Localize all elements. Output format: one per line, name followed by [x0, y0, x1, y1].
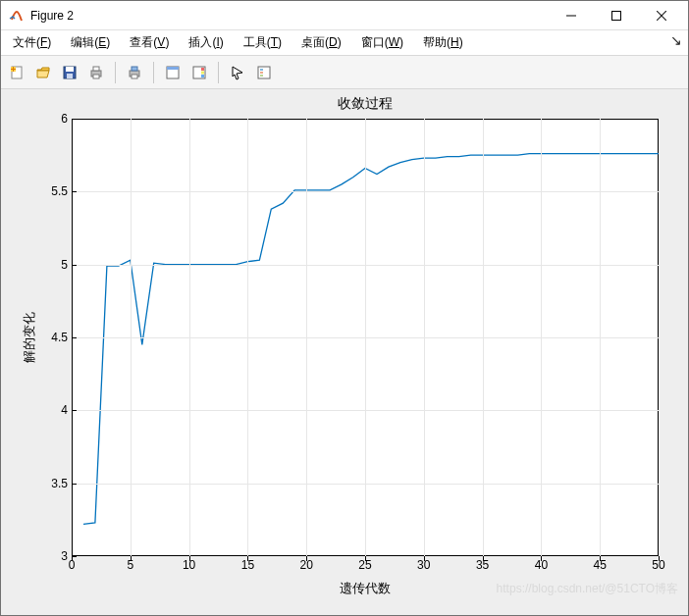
gridline-h [72, 410, 659, 411]
x-tick-label: 10 [183, 558, 195, 572]
y-tick-label: 3.5 [38, 477, 68, 490]
tick-mark [72, 119, 77, 120]
gridline-h [72, 265, 659, 266]
insert-colorbar-button[interactable] [187, 61, 211, 84]
x-tick-label: 15 [241, 558, 254, 572]
tick-mark [72, 265, 77, 266]
menu-help[interactable]: 帮助(H) [417, 32, 469, 53]
y-tick-label: 5.5 [38, 184, 68, 198]
tick-mark [72, 410, 77, 411]
svg-rect-15 [132, 67, 137, 71]
svg-rect-23 [258, 67, 270, 78]
toolbar-separator [153, 62, 154, 83]
window-title: Figure 2 [30, 9, 74, 23]
svg-rect-18 [167, 67, 179, 70]
y-tick-label: 4 [38, 403, 68, 417]
y-tick-label: 4.5 [38, 331, 68, 344]
toolbar-separator [115, 62, 116, 83]
svg-rect-22 [201, 75, 204, 77]
x-tick-label: 35 [476, 558, 489, 572]
y-axis-label: 解的变化 [21, 119, 38, 556]
print-button[interactable] [84, 61, 108, 84]
menu-window[interactable]: 窗口(W) [355, 32, 409, 53]
x-tick-label: 30 [417, 558, 430, 572]
menu-file[interactable]: 文件(F) [7, 32, 57, 53]
gridline-h [72, 337, 659, 338]
menu-edit[interactable]: 编辑(E) [65, 32, 116, 53]
print-preview-button[interactable] [123, 61, 146, 84]
x-tick-label: 50 [652, 558, 664, 572]
tick-mark [72, 191, 77, 192]
x-tick-label: 20 [300, 558, 313, 572]
y-tick-label: 3 [38, 549, 68, 563]
edit-plot-button[interactable] [226, 61, 249, 84]
svg-rect-10 [67, 74, 73, 78]
y-tick-label: 6 [38, 112, 68, 126]
new-figure-button[interactable] [5, 61, 28, 84]
close-button[interactable] [639, 1, 684, 30]
menu-bar: 文件(F) 编辑(E) 查看(V) 插入(I) 工具(T) 桌面(D) 窗口(W… [1, 30, 688, 56]
chart-title: 收敛过程 [72, 95, 659, 113]
svg-rect-12 [93, 67, 99, 71]
gridline-h [72, 191, 659, 192]
svg-rect-9 [66, 67, 74, 72]
maximize-button[interactable] [594, 1, 639, 30]
menu-insert[interactable]: 插入(I) [183, 32, 229, 53]
x-tick-label: 5 [127, 558, 133, 572]
minimize-button[interactable] [549, 1, 594, 30]
toolbar [1, 56, 688, 89]
tick-mark [72, 556, 77, 557]
figure-canvas[interactable]: 收敛过程 遗传代数 解的变化 https://blog.csdn.net/@51… [1, 89, 688, 615]
gridline-h [72, 484, 659, 485]
open-button[interactable] [31, 61, 55, 84]
svg-rect-13 [93, 75, 99, 78]
link-plot-button[interactable] [161, 61, 185, 84]
menu-desktop[interactable]: 桌面(D) [295, 32, 347, 53]
svg-rect-21 [201, 71, 204, 74]
tick-mark [72, 484, 77, 485]
tick-mark [72, 337, 77, 338]
svg-rect-16 [132, 75, 137, 78]
svg-rect-1 [612, 11, 621, 20]
x-tick-label: 40 [535, 558, 548, 572]
menu-tools[interactable]: 工具(T) [238, 32, 288, 53]
y-tick-label: 5 [38, 258, 68, 272]
toolbar-separator [218, 62, 219, 83]
save-button[interactable] [58, 61, 81, 84]
x-tick-label: 25 [358, 558, 371, 572]
menu-view[interactable]: 查看(V) [124, 32, 175, 53]
svg-rect-20 [201, 68, 204, 71]
x-tick-label: 0 [69, 558, 76, 572]
x-axis-label: 遗传代数 [72, 580, 659, 597]
dock-arrow-icon[interactable]: ↘ [670, 32, 682, 48]
insert-legend-button[interactable] [252, 61, 276, 84]
x-tick-label: 45 [594, 558, 607, 572]
matlab-logo-icon [9, 8, 25, 24]
title-bar: Figure 2 [1, 1, 688, 30]
